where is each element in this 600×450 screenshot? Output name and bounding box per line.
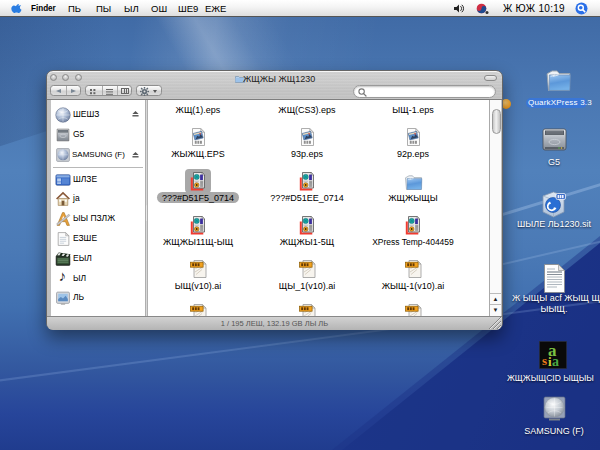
svg-text:a: a (552, 354, 559, 369)
svg-text:s: s (542, 353, 547, 368)
